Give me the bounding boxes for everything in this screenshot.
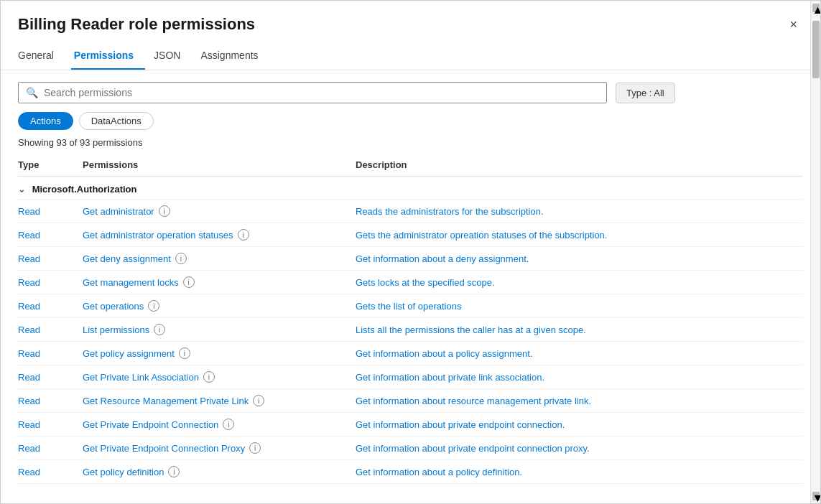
info-icon[interactable]: i <box>238 229 249 241</box>
scrollbar-track[interactable]: ▲ ▼ <box>810 1 820 503</box>
info-icon[interactable]: i <box>249 442 261 454</box>
table-row: Read Get Resource Management Private Lin… <box>18 389 803 413</box>
perm-link[interactable]: Get policy assignment <box>83 348 175 359</box>
filter-row: Actions DataActions <box>18 112 803 130</box>
table-row: Read Get Private Endpoint Connection Pro… <box>18 437 803 460</box>
search-row: 🔍 Type : All <box>18 82 803 103</box>
tab-assignments[interactable]: Assignments <box>198 42 269 70</box>
desc-cell: Gets the list of operations <box>356 301 461 312</box>
search-icon: 🔍 <box>26 87 38 98</box>
filter-actions[interactable]: Actions <box>18 112 73 130</box>
table-row: Read Get management locksi Gets locks at… <box>18 271 803 294</box>
perm-link[interactable]: Get administrator operation statuses <box>83 230 233 241</box>
col-header-description: Description <box>356 154 803 177</box>
type-link[interactable]: Read <box>18 253 40 264</box>
desc-cell: Gets locks at the specified scope. <box>356 277 495 288</box>
table-row: Read Get administratori Reads the admini… <box>18 200 803 223</box>
type-link[interactable]: Read <box>18 230 40 241</box>
desc-cell: Get information about resource managemen… <box>356 396 591 406</box>
perm-link[interactable]: Get Resource Management Private Link <box>83 396 249 406</box>
main-content: 🔍 Type : All Actions DataActions Showing… <box>1 70 820 503</box>
table-row: Read Get administrator operation statuse… <box>18 223 803 247</box>
info-icon[interactable]: i <box>175 253 187 264</box>
tab-bar: General Permissions JSON Assignments <box>1 42 820 70</box>
group-row-authorization: ⌄ Microsoft.Authorization <box>18 177 803 200</box>
close-button[interactable]: × <box>784 15 803 34</box>
desc-cell: Get information about a policy definitio… <box>356 467 522 477</box>
type-link[interactable]: Read <box>18 348 40 359</box>
scroll-thumb[interactable] <box>812 21 820 78</box>
perm-link[interactable]: Get Private Endpoint Connection <box>83 419 218 430</box>
tab-general[interactable]: General <box>18 42 65 70</box>
perm-link[interactable]: Get deny assignment <box>83 253 171 264</box>
type-link[interactable]: Read <box>18 419 40 430</box>
info-icon[interactable]: i <box>223 419 234 430</box>
type-link[interactable]: Read <box>18 277 40 288</box>
perm-link[interactable]: Get Private Link Association <box>83 372 199 383</box>
type-link[interactable]: Read <box>18 301 40 312</box>
scroll-arrow-up[interactable]: ▲ <box>812 4 820 12</box>
perm-link[interactable]: Get operations <box>83 301 144 312</box>
tab-json[interactable]: JSON <box>151 42 192 70</box>
table-row: Read Get Private Endpoint Connectioni Ge… <box>18 413 803 437</box>
desc-cell: Lists all the permissions the caller has… <box>356 325 586 335</box>
tab-permissions[interactable]: Permissions <box>71 42 145 70</box>
col-header-permissions: Permissions <box>83 154 356 177</box>
info-icon[interactable]: i <box>183 276 195 288</box>
type-link[interactable]: Read <box>18 372 40 383</box>
perm-link[interactable]: List permissions <box>83 325 149 335</box>
group-label: Microsoft.Authorization <box>32 184 137 195</box>
col-header-type: Type <box>18 154 83 177</box>
type-link[interactable]: Read <box>18 325 40 335</box>
table-row: Read Get deny assignmenti Get informatio… <box>18 247 803 271</box>
info-icon[interactable]: i <box>179 347 190 359</box>
desc-cell: Get information about a policy assignmen… <box>356 348 532 359</box>
search-box: 🔍 <box>18 82 607 103</box>
type-link[interactable]: Read <box>18 443 40 454</box>
dialog-header: Billing Reader role permissions × <box>1 1 820 42</box>
perm-link[interactable]: Get administrator <box>83 206 154 217</box>
desc-cell: Get information about private link assoc… <box>356 372 544 383</box>
desc-cell: Get information about private endpoint c… <box>356 419 565 430</box>
collapse-icon[interactable]: ⌄ <box>18 185 25 195</box>
perm-link[interactable]: Get Private Endpoint Connection Proxy <box>83 443 245 454</box>
dialog: Billing Reader role permissions × Genera… <box>0 0 821 504</box>
info-icon[interactable]: i <box>159 205 170 217</box>
type-link[interactable]: Read <box>18 467 40 477</box>
info-icon[interactable]: i <box>203 371 215 383</box>
dialog-title: Billing Reader role permissions <box>18 15 255 34</box>
permissions-table: Type Permissions Description ⌄ Microsoft… <box>18 154 803 484</box>
info-icon[interactable]: i <box>253 395 264 406</box>
perm-link[interactable]: Get management locks <box>83 277 179 288</box>
table-container[interactable]: Type Permissions Description ⌄ Microsoft… <box>18 154 803 503</box>
desc-cell: Get information about private endpoint c… <box>356 443 590 454</box>
scroll-arrow-down[interactable]: ▼ <box>812 492 820 500</box>
table-row: Read Get policy assignmenti Get informat… <box>18 342 803 365</box>
desc-cell: Reads the administrators for the subscri… <box>356 206 544 217</box>
info-icon[interactable]: i <box>154 324 165 335</box>
desc-cell: Get information about a deny assignment. <box>356 253 529 264</box>
table-row: Read Get operationsi Gets the list of op… <box>18 294 803 318</box>
table-row: Read Get Private Link Associationi Get i… <box>18 365 803 389</box>
showing-text: Showing 93 of 93 permissions <box>18 137 803 148</box>
desc-cell: Gets the administrator opreation statuse… <box>356 230 607 241</box>
filter-dataactions[interactable]: DataActions <box>79 112 154 130</box>
info-icon[interactable]: i <box>148 300 159 312</box>
type-link[interactable]: Read <box>18 396 40 406</box>
type-badge[interactable]: Type : All <box>616 83 675 103</box>
type-link[interactable]: Read <box>18 206 40 217</box>
table-row: Read List permissionsi Lists all the per… <box>18 318 803 342</box>
search-input[interactable] <box>44 87 599 98</box>
table-row: Read Get policy definitioni Get informat… <box>18 460 803 484</box>
info-icon[interactable]: i <box>168 466 180 477</box>
perm-link[interactable]: Get policy definition <box>83 467 164 477</box>
